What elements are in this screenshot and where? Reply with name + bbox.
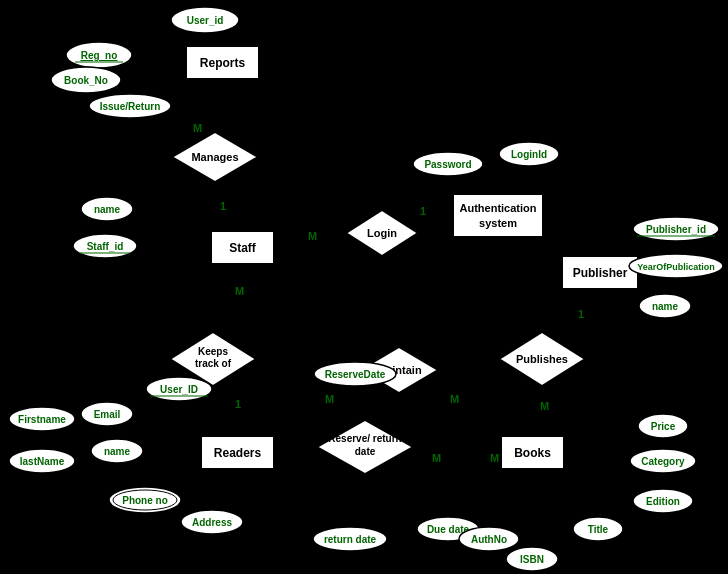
svg-text:Reg_no: Reg_no (81, 50, 118, 61)
attr-name-pub-svg: name (638, 292, 693, 320)
entity-staff-label: Staff (229, 241, 256, 255)
svg-text:Address: Address (192, 517, 232, 528)
cardinality-keeps-top: M (235, 285, 244, 297)
cardinality-publishes-books: M (540, 400, 549, 412)
svg-text:ReserveDate: ReserveDate (325, 369, 386, 380)
svg-text:Email: Email (94, 409, 121, 420)
svg-text:name: name (94, 204, 121, 215)
entity-readers: Readers (200, 435, 275, 470)
relationship-publishes-svg: Publishes (497, 330, 587, 388)
svg-text:LoginId: LoginId (511, 149, 547, 160)
entity-publisher-label: Publisher (573, 266, 628, 280)
svg-text:Edition: Edition (646, 496, 680, 507)
svg-text:Issue/Return: Issue/Return (100, 101, 161, 112)
attr-category-svg: Category (629, 447, 697, 475)
attr-address-svg: Address (180, 508, 245, 536)
relationship-reserve-return-svg: Reserve/ return date (315, 418, 415, 476)
svg-text:name: name (104, 446, 131, 457)
attr-issue-return-svg: Issue/Return (88, 92, 173, 120)
cardinality-maintain-left: M (325, 393, 334, 405)
cardinality-reserve-right: M (490, 452, 499, 464)
entity-staff: Staff (210, 230, 275, 265)
svg-line-6 (168, 211, 215, 235)
relationship-login-svg: Login (345, 208, 420, 258)
svg-text:Login: Login (367, 227, 397, 239)
er-diagram: Reports Staff Readers Books Publisher Au… (0, 0, 728, 574)
entity-readers-label: Readers (214, 446, 261, 460)
svg-line-31 (534, 470, 540, 531)
attr-firstname-svg: Firstname (8, 405, 76, 433)
cardinality-login-left: M (308, 230, 317, 242)
attr-name-staff-svg: name (80, 195, 135, 223)
attr-phone-no-svg: Phone no (108, 485, 183, 515)
relationship-manages-svg: Manages (170, 130, 260, 185)
cardinality-manages-top: M (193, 122, 202, 134)
cardinality-keeps-bottom: 1 (235, 398, 241, 410)
attr-edition-svg: Edition (632, 487, 694, 515)
svg-text:return date: return date (324, 534, 377, 545)
attr-book-no-svg: Book_No (50, 65, 122, 95)
entity-auth-system: Authenticationsystem (452, 193, 544, 238)
svg-text:Firstname: Firstname (18, 414, 66, 425)
svg-text:Staff_id: Staff_id (87, 241, 124, 252)
cardinality-manages-bottom: 1 (220, 200, 226, 212)
svg-text:Phone no: Phone no (122, 495, 168, 506)
attr-reserve-date-svg: ReserveDate (313, 360, 398, 388)
attr-year-pub-svg: YearOfPublication (628, 252, 724, 280)
svg-text:YearOfPublication: YearOfPublication (637, 262, 715, 272)
entity-books: Books (500, 435, 565, 470)
svg-text:Title: Title (588, 524, 609, 535)
attr-staff-id-svg: Staff_id (72, 232, 138, 260)
svg-text:Price: Price (651, 421, 676, 432)
svg-line-25 (216, 470, 230, 510)
attr-isbn-svg: ISBN (505, 545, 560, 573)
cardinality-reserve-left: M (432, 452, 441, 464)
entity-reports-label: Reports (200, 56, 245, 70)
attr-price-svg: Price (637, 412, 689, 440)
attr-loginid-svg: LoginId (498, 140, 560, 168)
attr-title-svg: Title (572, 515, 624, 543)
svg-text:lastName: lastName (20, 456, 65, 467)
svg-text:Category: Category (641, 456, 685, 467)
svg-line-17 (225, 265, 240, 340)
svg-text:Keeps: Keeps (198, 346, 228, 357)
attr-name-reader-svg: name (90, 437, 145, 465)
entity-books-label: Books (514, 446, 551, 460)
cardinality-login-right: 1 (420, 205, 426, 217)
svg-text:Publishes: Publishes (516, 353, 568, 365)
cardinality-maintain-right: M (450, 393, 459, 405)
svg-text:ISBN: ISBN (520, 554, 544, 565)
svg-text:User_id: User_id (187, 15, 224, 26)
entity-auth-label: Authenticationsystem (460, 201, 537, 230)
attr-user-id2-svg: User_ID (145, 375, 213, 403)
cardinality-publishes-pub: 1 (578, 308, 584, 320)
svg-text:AuthNo: AuthNo (471, 534, 507, 545)
attr-publisher-id-svg: Publisher_id (632, 215, 720, 243)
attr-lastname-svg: lastName (8, 447, 76, 475)
svg-text:Reserve/ return: Reserve/ return (328, 433, 401, 444)
entity-reports: Reports (185, 45, 260, 80)
svg-text:date: date (355, 446, 376, 457)
svg-text:Manages: Manages (191, 151, 238, 163)
svg-text:name: name (652, 301, 679, 312)
svg-text:track of: track of (195, 358, 232, 369)
attr-password-svg: Password (412, 150, 484, 178)
svg-text:User_ID: User_ID (160, 384, 198, 395)
svg-text:Publisher_id: Publisher_id (646, 224, 706, 235)
svg-line-19 (225, 390, 237, 435)
attr-user-id-svg: User_id (170, 5, 240, 35)
attr-return-date-svg: return date (312, 525, 388, 553)
svg-text:Book_No: Book_No (64, 75, 108, 86)
svg-text:Password: Password (424, 159, 471, 170)
svg-line-16 (530, 390, 540, 435)
attr-email-svg: Email (80, 400, 134, 428)
